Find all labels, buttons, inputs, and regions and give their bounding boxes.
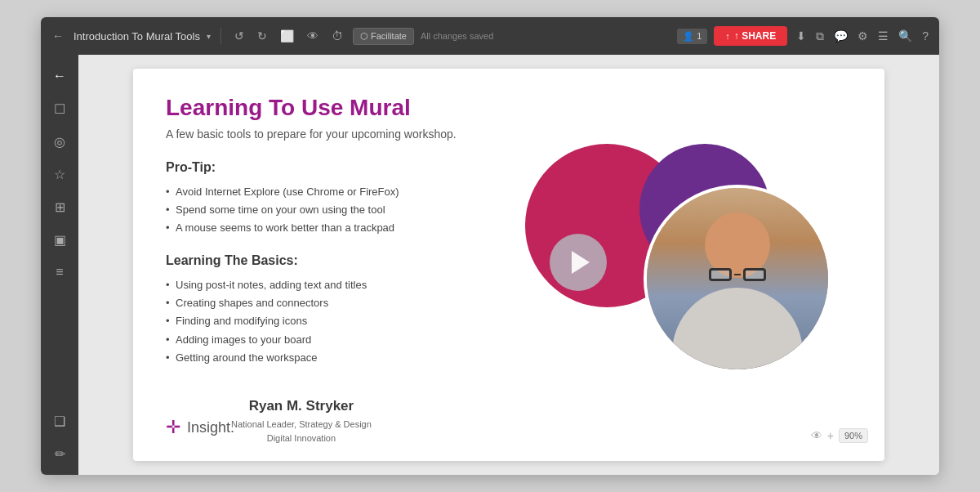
zoom-level[interactable]: 90% [839, 428, 868, 443]
content-columns: Pro-Tip: Avoid Internet Explore (use Chr… [166, 160, 852, 383]
sidebar-back-icon[interactable]: ← [45, 61, 74, 91]
content-right [509, 160, 852, 383]
back-toolbar-icon[interactable]: ← [49, 26, 67, 46]
list-item: Avoid Internet Explore (use Chrome or Fi… [166, 183, 492, 201]
mural-subtitle: A few basic tools to prepare for your up… [166, 127, 852, 141]
profile-name: Ryan M. Stryker [231, 398, 372, 414]
sidebar-pen-icon[interactable]: ✏ [45, 439, 74, 468]
comment-icon[interactable]: 💬 [831, 27, 850, 45]
list-item: Getting around the workspace [166, 349, 492, 367]
separator-1 [220, 28, 221, 44]
insight-logo: ✛ Insight. [166, 417, 234, 438]
profile-title-line1: National Leader, Strategy & Design [231, 418, 372, 432]
sidebar-image-icon[interactable]: ◎ [45, 127, 74, 156]
person-head [705, 212, 770, 278]
profile-eye-icon[interactable]: 👁 [811, 429, 822, 442]
sidebar: ← ☐ ◎ ☆ ⊞ ▣ ≡ ❑ ✏ [41, 55, 78, 475]
facilitate-button[interactable]: ⬡ Facilitate [353, 28, 414, 45]
mural-card: Learning To Use Mural A few basic tools … [133, 69, 884, 461]
profile-image-container [644, 185, 831, 373]
insight-text: Insight. [187, 419, 234, 436]
eye-icon[interactable]: 👁 [304, 26, 322, 46]
title-dropdown-icon[interactable]: ▾ [207, 32, 211, 41]
sidebar-grid-icon[interactable]: ⊞ [45, 192, 74, 221]
list-item: Finding and modifying icons [166, 312, 492, 330]
profile-name-section: Ryan M. Stryker National Leader, Strateg… [231, 398, 372, 445]
document-title: Introduction To Mural Tools [74, 30, 200, 42]
saved-status: All changes saved [421, 31, 493, 41]
list-item: A mouse seems to work better than a trac… [166, 219, 492, 237]
insight-cross-icon: ✛ [166, 417, 180, 438]
duplicate-icon[interactable]: ⧉ [813, 27, 826, 46]
toolbar-right-icons: ⬇ ⧉ 💬 ⚙ ☰ 🔍 ? [794, 27, 931, 46]
glasses-right [743, 268, 766, 281]
list-item: Adding images to your board [166, 331, 492, 349]
undo-icon[interactable]: ↺ [231, 26, 247, 46]
redo-icon[interactable]: ↻ [254, 26, 270, 46]
person-body [672, 288, 803, 369]
profile-actions: 👁 + 90% [811, 428, 868, 443]
profile-add-icon[interactable]: + [827, 429, 834, 442]
basics-heading: Learning The Basics: [166, 253, 492, 268]
toolbar-left: ← Introduction To Mural Tools ▾ ↺ ↻ ⬜ 👁 … [49, 26, 670, 46]
settings-icon[interactable]: ⚙ [855, 27, 871, 45]
toolbar-right: 👤 1 ↑ ↑ SHARE ⬇ ⧉ 💬 ⚙ ☰ 🔍 ? [677, 26, 931, 46]
frame-icon[interactable]: ⬜ [277, 26, 297, 46]
content-left: Pro-Tip: Avoid Internet Explore (use Chr… [166, 160, 492, 383]
play-button[interactable] [550, 234, 607, 291]
search-icon[interactable]: 🔍 [896, 27, 915, 45]
share-icon: ↑ [725, 31, 730, 41]
share-button[interactable]: ↑ ↑ SHARE [714, 26, 787, 46]
app-window: ← Introduction To Mural Tools ▾ ↺ ↻ ⬜ 👁 … [41, 17, 939, 475]
share-label: ↑ SHARE [734, 30, 776, 42]
sidebar-library-icon[interactable]: ≡ [45, 257, 74, 287]
sidebar-photo-icon[interactable]: ▣ [45, 225, 74, 254]
toolbar: ← Introduction To Mural Tools ▾ ↺ ↻ ⬜ 👁 … [41, 17, 939, 55]
help-icon[interactable]: ? [920, 27, 931, 45]
list-item: Using post-it notes, adding text and tit… [166, 276, 492, 294]
play-triangle-icon [572, 251, 590, 274]
profile-title-line2: Digital Innovation [231, 432, 372, 445]
download-icon[interactable]: ⬇ [794, 27, 808, 45]
basics-list: Using post-it notes, adding text and tit… [166, 276, 492, 366]
pro-tip-heading: Pro-Tip: [166, 160, 492, 175]
profile-person [647, 188, 828, 369]
list-icon[interactable]: ☰ [875, 27, 891, 45]
sidebar-star-icon[interactable]: ☆ [45, 159, 74, 189]
timer-icon[interactable]: ⏱ [328, 26, 346, 46]
user-count-badge: 👤 1 [677, 29, 707, 44]
main-area: ← ☐ ◎ ☆ ⊞ ▣ ≡ ❑ ✏ Learning To Use Mural … [41, 55, 939, 475]
glasses-left [709, 268, 732, 281]
sidebar-sticky-icon[interactable]: ☐ [45, 94, 74, 123]
pro-tip-list: Avoid Internet Explore (use Chrome or Fi… [166, 183, 492, 237]
list-item: Spend some time on your own using the to… [166, 201, 492, 219]
sidebar-template-icon[interactable]: ❑ [45, 406, 74, 436]
glasses-bridge [734, 274, 741, 275]
person-glasses [709, 268, 766, 281]
mural-main-title: Learning To Use Mural [166, 95, 852, 121]
list-item: Creating shapes and connectors [166, 294, 492, 312]
canvas-area: Learning To Use Mural A few basic tools … [78, 55, 939, 475]
